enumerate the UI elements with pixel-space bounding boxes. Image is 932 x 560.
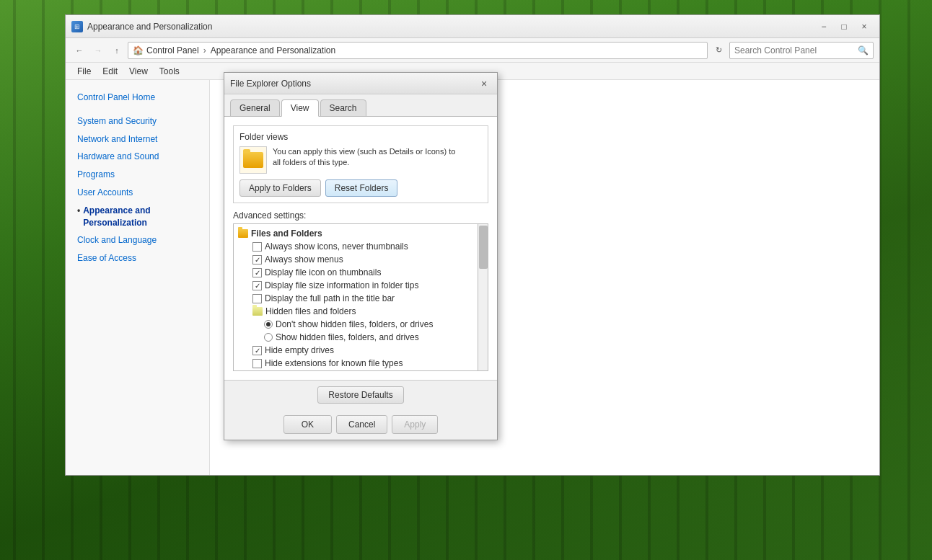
back-button[interactable]: ← — [71, 43, 87, 58]
maximize-button[interactable]: □ — [835, 19, 853, 34]
tree-folder-icon — [238, 229, 248, 238]
menu-edit[interactable]: Edit — [97, 65, 123, 78]
search-input[interactable] — [734, 45, 855, 55]
reset-folders-button[interactable]: Reset Folders — [325, 179, 398, 197]
file-explorer-options-dialog: File Explorer Options × General View Sea… — [224, 72, 498, 440]
sidebar-item-system-security[interactable]: System and Security — [66, 112, 209, 130]
sidebar-active-label: Appearance and Personalization — [83, 205, 198, 229]
sidebar: Control Panel Home System and Security N… — [66, 80, 210, 475]
advanced-settings-title: Advanced settings: — [233, 210, 488, 221]
tree-scrollbar[interactable] — [478, 224, 488, 370]
label-dont-show: Don't show hidden files, folders, or dri… — [276, 319, 433, 329]
tree-root-label: Files and Folders — [251, 228, 322, 239]
folder-views-inner: You can apply this view (such as Details… — [239, 146, 482, 174]
forward-button[interactable]: → — [90, 43, 106, 58]
dialog-action-footer: OK Cancel Apply — [224, 409, 497, 440]
tree-item-always-menus[interactable]: Always show menus — [238, 253, 475, 266]
checkbox-always-icons[interactable] — [252, 242, 262, 252]
tree-item-file-size-info[interactable]: Display file size information in folder … — [238, 279, 475, 292]
tab-view[interactable]: View — [281, 99, 319, 117]
label-hide-empty: Hide empty drives — [265, 345, 334, 355]
folder-views-section: Folder views You can apply this view (su… — [233, 125, 488, 203]
search-box[interactable]: 🔍 — [729, 42, 874, 59]
sidebar-item-hardware-sound[interactable]: Hardware and Sound — [66, 148, 209, 166]
apply-button[interactable]: Apply — [392, 415, 438, 434]
label-always-icons: Always show icons, never thumbnails — [265, 241, 408, 252]
window-controls: − □ × — [814, 19, 874, 34]
apply-to-folders-button[interactable]: Apply to Folders — [239, 179, 321, 197]
tree-item-always-icons[interactable]: Always show icons, never thumbnails — [238, 240, 475, 253]
sidebar-item-programs[interactable]: Programs — [66, 166, 209, 184]
dialog-content: Folder views You can apply this view (su… — [224, 116, 497, 380]
sidebar-item-home[interactable]: Control Panel Home — [66, 89, 209, 107]
checkbox-hide-empty[interactable] — [252, 346, 262, 355]
dialog-close-button[interactable]: × — [477, 77, 491, 90]
window-title: Appearance and Personalization — [87, 22, 814, 32]
checkbox-full-path[interactable] — [252, 294, 262, 303]
folder-views-title: Folder views — [239, 132, 482, 142]
radio-item-dont-show[interactable]: Don't show hidden files, folders, or dri… — [264, 318, 475, 331]
dialog-tabs: General View Search — [224, 94, 497, 116]
radio-item-show-hidden[interactable]: Show hidden files, folders, and drives — [264, 331, 475, 344]
radio-group-hidden: Don't show hidden files, folders, or dri… — [238, 318, 475, 344]
title-bar: ⊞ Appearance and Personalization − □ × — [66, 15, 879, 38]
sidebar-item-appearance[interactable]: Appearance and Personalization — [66, 202, 209, 232]
ok-button[interactable]: OK — [283, 415, 332, 434]
dialog-footer: Restore Defaults — [224, 380, 497, 409]
folder-sample-icon — [239, 146, 267, 174]
menu-tools[interactable]: Tools — [154, 65, 185, 78]
radio-show-hidden[interactable] — [264, 333, 273, 342]
label-file-icon-thumbnails: Display file icon on thumbnails — [265, 267, 381, 277]
folder-views-buttons: Apply to Folders Reset Folders — [239, 179, 482, 197]
address-separator: › — [203, 45, 206, 55]
label-hidden-files: Hidden files and folders — [265, 306, 356, 316]
tree-item-hide-empty[interactable]: Hide empty drives — [238, 344, 475, 357]
sidebar-item-clock[interactable]: Clock and Language — [66, 231, 209, 249]
minimize-button[interactable]: − — [814, 19, 833, 34]
address-bar[interactable]: 🏠 Control Panel › Appearance and Persona… — [128, 42, 708, 59]
tab-general[interactable]: General — [230, 99, 280, 117]
checkbox-always-menus[interactable] — [252, 255, 262, 265]
tree-root-folder: Files and Folders — [238, 227, 475, 240]
dialog-title-bar: File Explorer Options × — [224, 73, 497, 94]
cancel-button[interactable]: Cancel — [336, 415, 387, 434]
label-always-menus: Always show menus — [265, 254, 343, 265]
address-icon: 🏠 — [133, 45, 144, 55]
menu-file[interactable]: File — [71, 65, 97, 78]
address-current: Appearance and Personalization — [211, 45, 335, 55]
up-button[interactable]: ↑ — [109, 43, 125, 58]
tree-item-hide-extensions[interactable]: Hide extensions for known file types — [238, 357, 475, 370]
radio-dont-show[interactable] — [264, 320, 273, 329]
label-hide-extensions: Hide extensions for known file types — [265, 358, 403, 368]
label-file-size-info: Display file size information in folder … — [265, 280, 418, 290]
scrollbar-thumb[interactable] — [479, 226, 488, 269]
tree-item-hide-merge[interactable]: Hide folder merge conflicts — [238, 370, 475, 371]
sidebar-item-network-internet[interactable]: Network and Internet — [66, 130, 209, 148]
navigation-bar: ← → ↑ 🏠 Control Panel › Appearance and P… — [66, 38, 879, 63]
folder-sample-icon-inner — [243, 152, 263, 168]
tree-item-full-path[interactable]: Display the full path in the title bar — [238, 292, 475, 305]
dialog-title: File Explorer Options — [230, 79, 477, 89]
checkbox-file-icon-thumbnails[interactable] — [252, 268, 262, 277]
checkbox-hide-extensions[interactable] — [252, 359, 262, 368]
checkbox-file-size-info[interactable] — [252, 281, 262, 290]
search-icon: 🔍 — [858, 45, 869, 55]
close-button[interactable]: × — [855, 19, 874, 34]
advanced-settings-tree[interactable]: Files and Folders Always show icons, nev… — [233, 223, 488, 371]
tree-subfolder-icon — [252, 307, 263, 316]
address-home: Control Panel — [146, 45, 199, 55]
tree-item-file-icon-thumbnails[interactable]: Display file icon on thumbnails — [238, 266, 475, 279]
sidebar-item-user-accounts[interactable]: User Accounts — [66, 184, 209, 202]
tab-search[interactable]: Search — [320, 99, 366, 117]
menu-view[interactable]: View — [123, 65, 154, 78]
label-full-path: Display the full path in the title bar — [265, 293, 395, 303]
window-icon: ⊞ — [71, 21, 83, 32]
folder-views-description: You can apply this view (such as Details… — [273, 146, 455, 169]
sidebar-item-ease[interactable]: Ease of Access — [66, 249, 209, 267]
label-show-hidden: Show hidden files, folders, and drives — [276, 332, 419, 342]
tree-content: Files and Folders Always show icons, nev… — [234, 224, 488, 371]
restore-defaults-button[interactable]: Restore Defaults — [317, 386, 403, 404]
sidebar-bullet: Appearance and Personalization — [77, 205, 198, 229]
tree-subfolder-hidden: Hidden files and folders — [238, 305, 475, 318]
refresh-button[interactable]: ↻ — [711, 43, 726, 58]
